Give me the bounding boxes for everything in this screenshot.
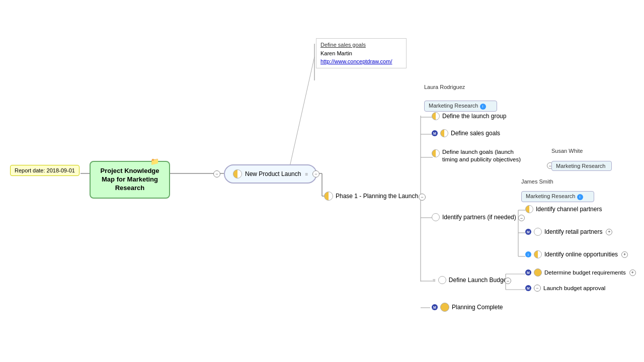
marketing-research-1-label: Marketing Research	[429, 103, 478, 109]
collapse-identify-partners-btn[interactable]: −	[518, 215, 525, 221]
identify-channel-label: Identify channel partners	[536, 206, 602, 213]
retail-icon	[534, 228, 542, 236]
phase1-label: Phase 1 - Planning the Launch	[336, 193, 418, 200]
launch-group-icon	[432, 112, 440, 120]
product-launch-connector: ≡	[305, 171, 308, 177]
project-node-icon: 📁	[150, 157, 159, 166]
planning-icon	[440, 303, 449, 312]
susan-white-label: Susan White	[551, 148, 583, 154]
identify-online-label: Identify online opportunities	[544, 251, 618, 258]
collapse-budget-btn[interactable]: −	[505, 278, 511, 284]
info-popup-line1: Define sales goals	[320, 41, 402, 49]
james-name: James Smith	[521, 178, 553, 185]
collapse-phase1-btn[interactable]: −	[419, 194, 426, 201]
channel-icon	[525, 205, 533, 213]
launch-budget-approval-node: M − Launch budget approval	[525, 285, 605, 292]
define-launch-group-node: Define the launch group	[432, 112, 506, 120]
identify-partners-icon	[432, 213, 440, 221]
sales-goals-m-badge: M	[432, 130, 438, 136]
expand-online-btn[interactable]: +	[621, 251, 628, 258]
define-sales-goals-node: M Define sales goals	[432, 129, 500, 137]
planning-complete-label: Planning Complete	[452, 304, 503, 311]
product-launch-icon	[233, 169, 242, 178]
info-dot-3: i	[577, 194, 583, 200]
marketing-research-section-2: Marketing Research	[551, 161, 612, 171]
define-sales-goals-label: Define sales goals	[451, 130, 500, 137]
launch-goals-icon	[432, 149, 440, 157]
product-launch-node: New Product Launch ≡	[224, 164, 317, 184]
sales-goals-icon	[440, 129, 448, 137]
marketing-research-section-3: Marketing Research i	[521, 191, 594, 202]
budget-connector: ≡	[433, 278, 436, 283]
info-popup-url[interactable]: http://www.conceptdraw.com/	[320, 58, 392, 64]
online-info-dot: i	[525, 251, 531, 257]
collapse-launch-btn[interactable]: −	[312, 170, 319, 177]
expand-budget-req-btn[interactable]: +	[629, 269, 636, 276]
marketing-research-section-1: Marketing Research i	[424, 101, 497, 112]
project-knowledge-map-node: 📁 Project Knowledge Map for Marketing Re…	[90, 161, 170, 199]
info-popup-line2: Karen Martin	[320, 49, 402, 58]
define-budget-label: Define Launch Budget	[449, 277, 509, 284]
collapse-project-btn[interactable]: −	[213, 170, 220, 177]
define-launch-goals-label: Define launch goals (launch timing and p…	[442, 148, 528, 163]
report-date-node: Report date: 2018-09-01	[10, 165, 79, 176]
susan-name: Susan White	[551, 148, 583, 154]
identify-retail-label: Identify retail partners	[544, 228, 602, 235]
define-launch-goals-node: i Define launch goals (launch timing and…	[432, 148, 532, 163]
identify-online-node: i Identify online opportunities +	[525, 250, 628, 258]
identify-partners-label: Identify partners (if needed)	[442, 214, 516, 221]
identify-retail-node: M Identify retail partners +	[525, 228, 612, 236]
budget-approval-m-badge: M	[525, 285, 531, 291]
phase1-node: Phase 1 - Planning the Launch ≡	[324, 192, 425, 201]
budget-req-m-badge: M	[525, 269, 531, 276]
info-popup-box: Define sales goals Karen Martin http://w…	[316, 38, 407, 68]
define-budget-node: ≡ Define Launch Budget	[432, 276, 509, 284]
collapse-budget-approval-btn[interactable]: −	[534, 285, 541, 292]
identify-channel-node: Identify channel partners	[525, 205, 602, 213]
marketing-research-3-label: Marketing Research	[526, 193, 575, 199]
define-launch-group-label: Define the launch group	[442, 113, 506, 120]
launch-budget-approval-label: Launch budget approval	[543, 285, 605, 291]
budget-req-icon	[534, 268, 542, 277]
james-smith-label: James Smith	[521, 178, 553, 185]
info-dot-1: i	[480, 104, 486, 110]
planning-m-badge: M	[432, 304, 438, 310]
project-node-label: Project Knowledge Map for Marketing Rese…	[98, 167, 162, 193]
report-date-label: Report date: 2018-09-01	[15, 167, 75, 173]
phase1-icon	[324, 192, 333, 201]
identify-partners-node: Identify partners (if needed)	[432, 213, 516, 221]
retail-m-badge: M	[525, 229, 531, 235]
svg-line-2	[289, 57, 314, 168]
expand-retail-btn[interactable]: +	[606, 229, 612, 235]
laura-rodriguez-label: Laura Rodriguez	[424, 84, 465, 90]
info-popup-link[interactable]: http://www.conceptdraw.com/	[320, 57, 402, 66]
budget-icon	[438, 276, 446, 284]
online-icon	[534, 250, 542, 258]
planning-complete-node: M Planning Complete	[432, 303, 503, 312]
determine-budget-label: Determine budget requirements	[544, 269, 626, 276]
laura-name: Laura Rodriguez	[424, 84, 465, 90]
product-launch-label: New Product Launch	[245, 170, 301, 177]
marketing-research-2-label: Marketing Research	[556, 163, 605, 169]
determine-budget-node: M Determine budget requirements +	[525, 268, 636, 277]
